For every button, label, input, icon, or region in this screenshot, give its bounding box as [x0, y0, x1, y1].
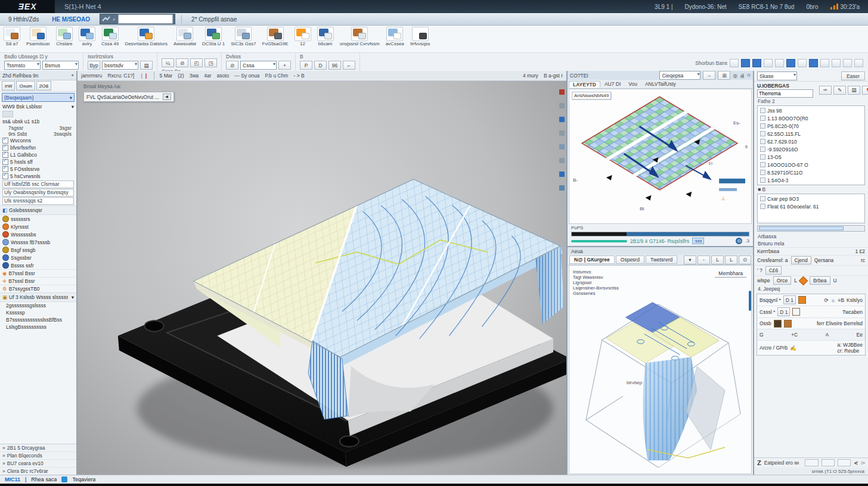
parameter-item[interactable]: 62.55O.115.FL	[758, 130, 864, 138]
mini-toolbar-icon[interactable]	[559, 117, 565, 122]
toolbar-icon[interactable]	[775, 59, 784, 67]
toolbar-icon[interactable]	[730, 59, 739, 67]
b-btn-4[interactable]: ⌐	[343, 61, 355, 70]
flag-icon[interactable]: ⚑	[862, 86, 868, 95]
tree-boxed-item[interactable]: Ulf lsBsfZlB ssc Clsmsar	[2, 180, 74, 188]
material-item[interactable]: Ssgssbsr	[0, 254, 76, 261]
material-item[interactable]: Wsssss fB7ssssb	[0, 238, 76, 246]
panel-tab[interactable]: ANLVTaifUsty	[641, 81, 680, 87]
view-btn-4[interactable]: ◳	[204, 58, 217, 67]
tree-check-item[interactable]: Wvconns	[0, 137, 76, 144]
refresh-icon[interactable]: ⟳	[824, 297, 829, 303]
ghost-button[interactable]	[822, 459, 835, 466]
tree-boxed-item[interactable]: Uly Owabssqsnlsy Bsvssqsy	[2, 189, 74, 197]
minimize-button[interactable]: −	[703, 71, 715, 80]
wireframe-canvas[interactable]: Iristumvs:Tagt WawsresvLigrsjsselLsqensl…	[569, 265, 752, 474]
toolbar-icon[interactable]	[832, 59, 841, 67]
tree-boxed-item[interactable]: Uls sresssqqs s2	[2, 197, 74, 205]
visibility-icon[interactable]: ◎	[733, 73, 737, 79]
mini-toolbar-icon[interactable]	[559, 158, 565, 163]
print-icon[interactable]: 🖨	[740, 73, 745, 79]
toolbar-icon[interactable]	[809, 59, 818, 67]
checkbox-checked-icon[interactable]	[2, 145, 8, 151]
parameter-item[interactable]: 1.54O4-3	[758, 176, 864, 184]
view-btn-1[interactable]: ¼	[162, 58, 174, 67]
tab-home[interactable]: HE M/SEOAO	[48, 15, 94, 24]
bird-icon[interactable]: ⋞	[854, 460, 858, 466]
result-select[interactable]: Cieqepsa	[659, 71, 700, 80]
tree-check-item[interactable]: 5 FOsslssrve	[0, 166, 76, 173]
tree-row[interactable]: WW9 Bsk Lsblssr ▾	[0, 103, 76, 110]
view-btn-2[interactable]: ⊘	[176, 58, 188, 67]
orce-button[interactable]: Orce	[773, 276, 791, 285]
command-search-box[interactable]: ⌕	[100, 14, 175, 24]
parameter-item[interactable]: 13-O5	[758, 153, 864, 161]
menu-item[interactable]: - > B	[293, 73, 304, 79]
tab-context[interactable]: 2* Cmppfil asnae	[188, 15, 240, 24]
parameter-item[interactable]: 14OOO1OO-67 O	[758, 161, 864, 169]
tool-button[interactable]: L	[711, 256, 724, 264]
tree-check-item[interactable]: L1 Gallsbco	[0, 151, 76, 158]
z-icon[interactable]: Z	[757, 459, 761, 466]
paint-icon[interactable]: ❘❙	[140, 73, 148, 79]
ribbon-button[interactable]: Chslare	[56, 27, 73, 46]
tree-check-item[interactable]: 5 hsCvrwsnls	[0, 173, 76, 180]
horizontal-scrollbar[interactable]	[757, 225, 865, 232]
therm-field[interactable]	[757, 89, 813, 98]
navigator-tab[interactable]: 2O8	[36, 81, 51, 91]
selection-filter-select[interactable]: Bsmus	[42, 61, 79, 70]
material-item[interactable]: Bsgf sssgb	[0, 246, 76, 254]
tree-badge-row[interactable]: ◉ B7sssl Bssr	[0, 269, 76, 277]
draw-icon[interactable]: ✍	[790, 345, 796, 351]
ribbon-button[interactable]: avlry	[79, 27, 95, 46]
ghost-button[interactable]	[805, 459, 818, 466]
phase-select[interactable]: Skase	[757, 71, 797, 80]
navigator-tab[interactable]: Oxum	[16, 81, 35, 91]
selection-scope-select[interactable]: Tssmsto	[4, 61, 41, 70]
tree-sub-item[interactable]: Ksssssp	[0, 309, 76, 316]
dropdown-chevron-icon[interactable]: ▾	[684, 256, 696, 264]
brbea-button[interactable]: Brbea	[810, 276, 830, 285]
ribbon-button[interactable]: DCSta U 1	[202, 27, 225, 46]
mini-toolbar-icon[interactable]	[559, 103, 565, 108]
checkbox-checked-icon[interactable]	[2, 159, 8, 165]
b-btn-2[interactable]: D	[314, 61, 327, 70]
pencil-icon[interactable]: ✎	[833, 86, 846, 95]
tree-badge-row[interactable]: ⚙ B7ssygssTB0	[0, 285, 76, 292]
panel-scrollbar[interactable]	[749, 291, 751, 311]
eye-icon[interactable]: ⊙	[739, 256, 751, 264]
tree-section-header[interactable]: ▣ Uf 3 Kslssb Wssss slsssssf ▾	[0, 292, 76, 302]
mini-toolbar-icon[interactable]	[559, 89, 565, 95]
ribbon-button[interactable]: Awwsvafat	[173, 27, 196, 46]
pin-icon[interactable]: ⌖	[71, 73, 74, 79]
checkbox-checked-icon[interactable]	[2, 152, 8, 158]
tab-menu[interactable]: 9 Hthln/Zds	[5, 15, 42, 24]
panel-tab[interactable]: N@ | GКurgree	[569, 256, 615, 264]
toolbar-icon[interactable]	[820, 59, 829, 67]
tool-button[interactable]: L	[725, 256, 737, 264]
c6-button[interactable]: C£6	[765, 266, 782, 275]
ribbon-button[interactable]: b6cam	[317, 27, 334, 46]
parameter-item[interactable]: 8.529710/C11O	[758, 169, 864, 176]
panel-tab[interactable]: Vou	[625, 81, 641, 87]
toolbar-icon[interactable]	[798, 59, 807, 67]
tree-check-item[interactable]: 5 hssls sff	[0, 158, 76, 166]
parameter-item[interactable]: 1.13 8OOO7O(R0	[758, 114, 864, 122]
toolbar-icon[interactable]	[854, 59, 863, 67]
tool-button[interactable]: -	[698, 256, 710, 264]
toolbar-icon[interactable]	[786, 59, 795, 67]
ribbon-button[interactable]: SiC3s Gss7	[231, 27, 256, 46]
layout-button[interactable]: ⊞	[718, 71, 730, 80]
b-btn-3[interactable]: 96	[328, 61, 341, 70]
stepper-value[interactable]: D 1	[783, 295, 796, 304]
mini-toolbar-icon[interactable]	[559, 172, 565, 177]
tree-section-header[interactable]: ◧ Gslebssssnqsr	[0, 205, 76, 215]
ribbon-button[interactable]: Psamdsusr	[26, 27, 50, 46]
material-item[interactable]: Klyrssst	[0, 223, 76, 230]
material-item[interactable]: Wssssssbs	[0, 230, 76, 238]
panel-tab[interactable]: Ospesrd	[616, 256, 644, 264]
ribbon-button[interactable]: onsjssrst Cvrvfssm	[340, 27, 380, 46]
checkbox-checked-icon[interactable]	[2, 166, 8, 172]
footer-item[interactable]: » BU7 ceara ev10	[0, 460, 76, 468]
menu-item[interactable]: 4ar	[204, 73, 211, 79]
